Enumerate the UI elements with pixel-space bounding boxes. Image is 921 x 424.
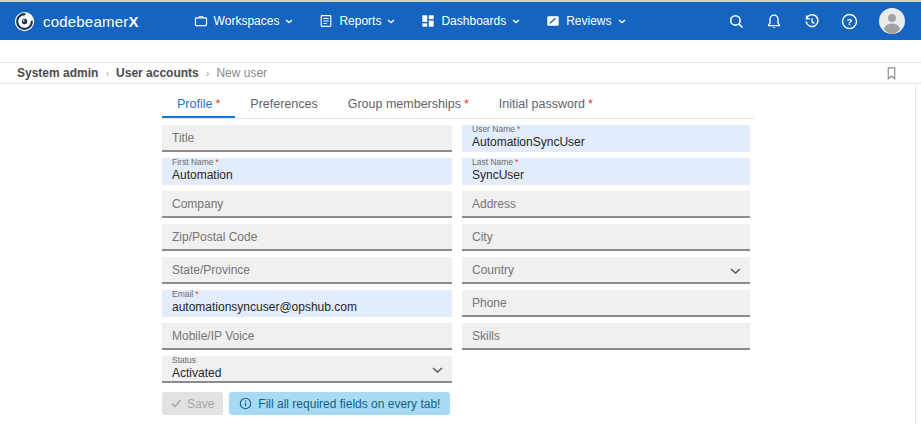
field-value: automationsyncuser@opshub.com — [172, 300, 442, 314]
nav-item-reports[interactable]: Reports — [306, 2, 408, 40]
navbar-actions: ? — [728, 8, 907, 34]
info-icon — [239, 397, 252, 410]
field-placeholder: Zip/Postal Code — [172, 230, 442, 244]
tab-initial-password[interactable]: Initial password* — [484, 91, 608, 118]
required-marker: * — [195, 289, 198, 299]
address-field[interactable]: Address — [462, 191, 750, 218]
app-title: codebeamerX — [43, 13, 139, 30]
new-user-form: Profile* Preferences Group memberships* … — [162, 91, 754, 415]
save-button[interactable]: Save — [162, 392, 223, 415]
help-icon[interactable]: ? — [841, 13, 858, 30]
breadcrumb-separator: › — [105, 67, 109, 79]
phone-field[interactable]: Phone — [462, 290, 750, 317]
briefcase-icon — [194, 14, 208, 28]
tab-group-memberships[interactable]: Group memberships* — [333, 91, 484, 118]
mobile-ip-voice-field[interactable]: Mobile/IP Voice — [162, 323, 452, 350]
chevron-down-icon — [285, 19, 293, 24]
field-value: Automation — [172, 168, 442, 182]
required-fields-warning: Fill all required fields on every tab! — [229, 392, 450, 415]
title-field[interactable]: Title — [162, 125, 452, 152]
field-label: Email* — [172, 290, 442, 300]
tab-label: Group memberships — [348, 97, 461, 111]
form-tabs: Profile* Preferences Group memberships* … — [162, 91, 754, 119]
tab-preferences[interactable]: Preferences — [235, 91, 332, 118]
breadcrumb-system-admin[interactable]: System admin — [17, 66, 98, 80]
nav-label: Reports — [339, 14, 381, 28]
breadcrumb-user-accounts[interactable]: User accounts — [116, 66, 199, 80]
save-label: Save — [187, 397, 214, 411]
check-icon — [171, 399, 182, 408]
field-placeholder: State/Province — [172, 263, 442, 277]
empty-grid-cell — [462, 356, 750, 383]
profile-fields-grid: Title User Name* AutomationSyncUser Firs… — [162, 125, 754, 383]
first-name-field[interactable]: First Name* Automation — [162, 158, 452, 185]
field-label: User Name* — [472, 125, 740, 135]
breadcrumb-new-user: New user — [216, 66, 267, 80]
required-marker: * — [216, 157, 219, 167]
required-marker: * — [215, 97, 220, 111]
user-name-field[interactable]: User Name* AutomationSyncUser — [462, 125, 750, 152]
tab-label: Initial password — [499, 97, 585, 111]
field-placeholder: City — [472, 230, 740, 244]
bookmark-icon[interactable] — [885, 66, 898, 81]
svg-text:?: ? — [847, 15, 853, 26]
company-field[interactable]: Company — [162, 191, 452, 218]
nav-item-dashboards[interactable]: Dashboards — [408, 2, 533, 40]
codebeamer-logo-icon — [14, 11, 35, 32]
field-placeholder: Company — [172, 197, 442, 211]
tab-label: Preferences — [250, 97, 317, 111]
main-menu: Workspaces Reports Dashboards — [181, 2, 639, 40]
chevron-down-icon — [618, 19, 626, 24]
search-icon[interactable] — [728, 13, 745, 30]
field-label: First Name* — [172, 158, 442, 168]
field-label: Status — [172, 356, 442, 366]
field-placeholder: Country — [472, 263, 740, 277]
required-marker: * — [515, 157, 518, 167]
review-icon — [546, 14, 560, 28]
field-value: AutomationSyncUser — [472, 135, 740, 149]
required-marker: * — [517, 124, 520, 134]
scroll-track-divider — [915, 85, 916, 424]
chevron-down-icon — [387, 19, 395, 24]
field-label: Last Name* — [472, 158, 740, 168]
warning-text: Fill all required fields on every tab! — [258, 397, 440, 411]
nav-item-workspaces[interactable]: Workspaces — [181, 2, 307, 40]
status-select[interactable]: Status Activated — [162, 356, 452, 383]
chevron-down-icon — [730, 261, 741, 279]
field-value: Activated — [172, 366, 442, 380]
nav-label: Reviews — [566, 14, 611, 28]
required-marker: * — [464, 97, 469, 111]
avatar[interactable] — [879, 8, 905, 34]
history-icon[interactable] — [803, 13, 820, 30]
chevron-down-icon — [432, 360, 443, 378]
breadcrumb: System admin › User accounts › New user — [0, 62, 921, 84]
required-marker: * — [588, 97, 593, 111]
email-field[interactable]: Email* automationsyncuser@opshub.com — [162, 290, 452, 317]
notifications-bell-icon[interactable] — [766, 13, 782, 30]
dashboard-icon — [421, 14, 435, 28]
top-navbar: codebeamerX Workspaces Reports — [0, 2, 921, 40]
field-placeholder: Skills — [472, 329, 740, 343]
tab-label: Profile — [177, 97, 212, 111]
last-name-field[interactable]: Last Name* SyncUser — [462, 158, 750, 185]
city-field[interactable]: City — [462, 224, 750, 251]
chevron-down-icon — [512, 19, 520, 24]
field-value: SyncUser — [472, 168, 740, 182]
state-province-field[interactable]: State/Province — [162, 257, 452, 284]
field-placeholder: Address — [472, 197, 740, 211]
report-icon — [319, 14, 333, 28]
skills-field[interactable]: Skills — [462, 323, 750, 350]
field-placeholder: Mobile/IP Voice — [172, 329, 442, 343]
form-footer: Save Fill all required fields on every t… — [162, 392, 754, 415]
nav-item-reviews[interactable]: Reviews — [533, 2, 638, 40]
breadcrumb-separator: › — [206, 67, 210, 79]
zip-postal-code-field[interactable]: Zip/Postal Code — [162, 224, 452, 251]
app-logo[interactable]: codebeamerX — [14, 11, 139, 32]
nav-label: Dashboards — [441, 14, 506, 28]
field-placeholder: Phone — [472, 296, 740, 310]
nav-label: Workspaces — [214, 14, 280, 28]
field-placeholder: Title — [172, 131, 442, 145]
country-select[interactable]: Country — [462, 257, 750, 284]
tab-profile[interactable]: Profile* — [162, 91, 235, 118]
